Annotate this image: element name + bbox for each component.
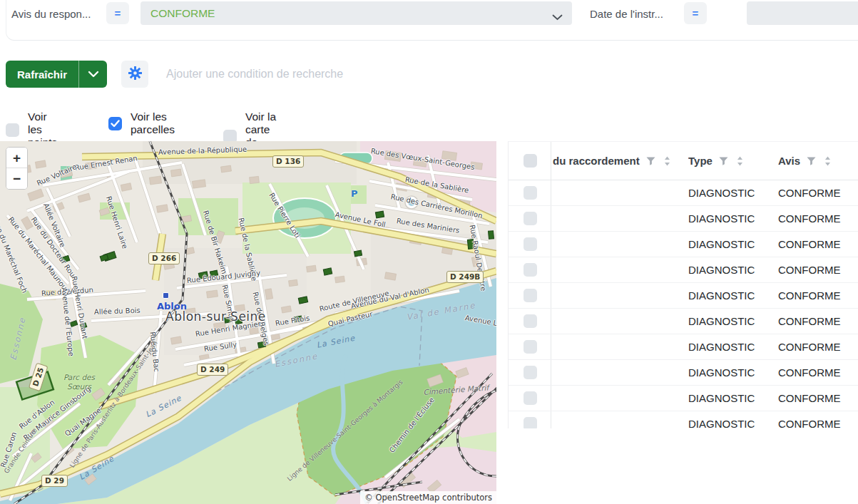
cell-avis: CONFORME [777, 392, 858, 404]
filter-value-avis: CONFORME [150, 7, 215, 20]
sort-icon[interactable] [824, 156, 831, 166]
zoom-in-button[interactable]: + [6, 148, 27, 168]
table-row[interactable]: DIAGNOSTICCONFORME [509, 411, 858, 428]
option-voir-les-parcelles[interactable]: Voir les parcelles [108, 110, 175, 136]
option-label: Voir les parcelles [131, 110, 175, 136]
cell-type: DIAGNOSTIC [687, 418, 777, 428]
filter-operator-date-button[interactable]: = [684, 2, 707, 24]
row-checkbox-cell [509, 206, 551, 231]
column-header-raccordement: du raccordement [551, 155, 687, 167]
chevron-down-icon [88, 69, 99, 80]
filter-value-avis-select[interactable]: CONFORME [141, 1, 572, 25]
filter-label-date: Date de l'instr... [590, 8, 663, 20]
row-checkbox-cell [509, 257, 551, 282]
table-row[interactable]: DIAGNOSTICCONFORME [509, 232, 858, 257]
row-checkbox-cell [509, 309, 551, 334]
results-table: du raccordement Type Avis [508, 141, 858, 428]
column-label: du raccordement [553, 155, 640, 167]
parcel-feature[interactable] [489, 231, 494, 240]
row-checkbox-cell [509, 180, 551, 205]
cell-type: DIAGNOSTIC [687, 238, 777, 250]
sort-icon[interactable] [664, 156, 670, 166]
refresh-button[interactable]: Rafraîchir [6, 61, 78, 88]
table-row[interactable]: DIAGNOSTICCONFORME [509, 180, 858, 206]
filter-funnel-icon[interactable] [719, 157, 728, 165]
row-checkbox[interactable] [524, 212, 537, 225]
parcel-feature[interactable] [467, 240, 474, 250]
settings-button[interactable] [121, 61, 148, 88]
header-checkbox-cell [509, 142, 551, 180]
train-station-icon [163, 292, 169, 299]
cell-type: DIAGNOSTIC [687, 315, 777, 327]
filter-bar: Avis du respon... = CONFORME Date de l'i… [6, 0, 858, 41]
cell-type: DIAGNOSTIC [687, 366, 777, 379]
cell-type: DIAGNOSTIC [687, 187, 777, 199]
table-row[interactable]: DIAGNOSTICCONFORME [509, 206, 858, 232]
row-checkbox[interactable] [524, 237, 537, 251]
parcel-feature[interactable] [354, 250, 362, 257]
table-header: du raccordement Type Avis [509, 142, 858, 180]
sort-icon[interactable] [737, 156, 743, 166]
table-row[interactable]: DIAGNOSTICCONFORME [509, 257, 858, 283]
refresh-dropdown-button[interactable] [78, 61, 107, 88]
cell-avis: CONFORME [777, 212, 858, 225]
row-checkbox-cell [509, 283, 551, 308]
chevron-down-icon [552, 11, 563, 24]
checkbox-voir-les-points[interactable] [6, 123, 19, 137]
parcel-feature[interactable] [323, 268, 332, 275]
cell-avis: CONFORME [777, 187, 858, 199]
row-checkbox[interactable] [524, 366, 537, 379]
filter-funnel-icon[interactable] [646, 157, 655, 165]
search-condition-input[interactable]: Ajouter une condition de recherche [166, 61, 665, 88]
row-checkbox[interactable] [524, 391, 537, 405]
row-checkbox[interactable] [524, 186, 537, 200]
filter-operator-avis-button[interactable]: = [106, 2, 129, 24]
checkbox-voir-les-parcelles[interactable] [108, 117, 122, 130]
cell-type: DIAGNOSTIC [687, 212, 777, 225]
row-checkbox[interactable] [524, 263, 537, 277]
table-row[interactable]: DIAGNOSTICCONFORME [509, 386, 858, 411]
refresh-split-button: Rafraîchir [6, 61, 107, 88]
column-header-avis: Avis [777, 155, 858, 167]
cell-type: DIAGNOSTIC [687, 341, 777, 353]
map-zoom-control: + − [6, 147, 28, 190]
cell-avis: CONFORME [777, 238, 858, 250]
row-checkbox-cell [509, 232, 551, 257]
zoom-out-button[interactable]: − [6, 168, 27, 189]
cell-avis: CONFORME [777, 341, 858, 353]
table-body: DIAGNOSTICCONFORMEDIAGNOSTICCONFORMEDIAG… [509, 180, 858, 428]
column-label: Type [688, 155, 713, 167]
column-label: Avis [778, 155, 800, 167]
cell-avis: CONFORME [777, 315, 858, 327]
parcel-feature[interactable] [257, 341, 265, 348]
table-row[interactable]: DIAGNOSTICCONFORME [509, 283, 858, 309]
row-checkbox[interactable] [524, 340, 537, 354]
row-checkbox-cell [509, 334, 551, 359]
filter-label-avis: Avis du respon... [11, 8, 91, 20]
parcel-feature[interactable] [210, 270, 218, 277]
table-row[interactable]: DIAGNOSTICCONFORME [509, 360, 858, 386]
row-checkbox[interactable] [524, 417, 537, 428]
cell-avis: CONFORME [777, 366, 858, 379]
row-checkbox-cell [509, 411, 551, 428]
parcel-feature[interactable] [235, 319, 242, 324]
table-row[interactable]: DIAGNOSTICCONFORME [509, 309, 858, 334]
row-checkbox[interactable] [524, 289, 537, 302]
cell-avis: CONFORME [777, 289, 858, 302]
cell-avis: CONFORME [777, 418, 858, 428]
map[interactable]: Avenue de la RépubliqueD 136Rue des Vœux… [0, 141, 496, 504]
map-attribution[interactable]: © OpenStreetMap contributors [360, 491, 496, 504]
cell-avis: CONFORME [777, 264, 858, 276]
parcel-feature[interactable] [375, 211, 384, 218]
row-checkbox[interactable] [524, 314, 537, 328]
filter-funnel-icon[interactable] [807, 157, 816, 165]
filter-value-date-select[interactable] [747, 1, 858, 25]
column-header-type: Type [687, 155, 777, 167]
select-all-checkbox[interactable] [524, 154, 537, 168]
parcel-feature[interactable] [294, 316, 302, 322]
table-row[interactable]: DIAGNOSTICCONFORME [509, 334, 858, 360]
row-checkbox-cell [509, 386, 551, 411]
cell-type: DIAGNOSTIC [687, 264, 777, 276]
cell-type: DIAGNOSTIC [687, 289, 777, 302]
cell-type: DIAGNOSTIC [687, 392, 777, 404]
